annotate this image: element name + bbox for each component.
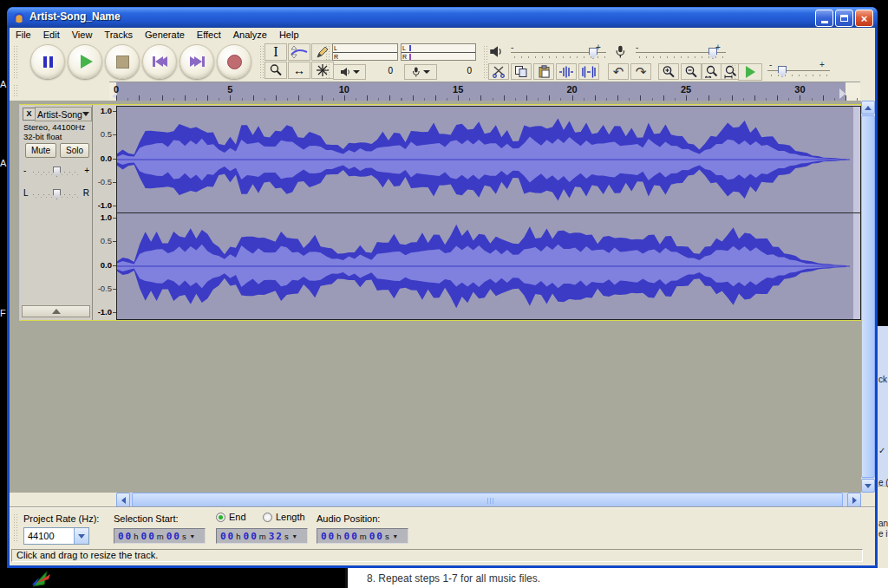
output-meter-menu[interactable] bbox=[333, 64, 366, 80]
paste-button[interactable] bbox=[533, 63, 554, 80]
output-meter[interactable]: L R bbox=[332, 43, 398, 61]
timeline-ruler[interactable]: 051015202530 bbox=[109, 82, 860, 101]
minimize-button[interactable] bbox=[815, 10, 833, 27]
pan-slider-thumb[interactable] bbox=[53, 189, 61, 199]
timeline-tick-label: 0 bbox=[114, 84, 119, 95]
desktop-bottom-strip: 8. Repeat steps 1-7 for all music files. bbox=[0, 568, 888, 588]
title-bar[interactable]: Artist-Song_Name × bbox=[7, 7, 878, 28]
zoom-out-button[interactable] bbox=[681, 63, 702, 80]
vertical-ruler-right-channel[interactable]: 1.00.50.0-0.5-1.0 bbox=[93, 212, 116, 318]
maximize-button[interactable] bbox=[835, 10, 853, 27]
vertical-ruler-left-channel[interactable]: 1.00.50.0-0.5-1.0 bbox=[93, 106, 116, 212]
skip-to-end-button[interactable] bbox=[180, 44, 214, 79]
menu-item-help[interactable]: Help bbox=[273, 29, 305, 40]
track-collapse-button[interactable] bbox=[22, 305, 90, 317]
menu-item-effect[interactable]: Effect bbox=[191, 29, 227, 40]
selection-start-field[interactable]: 00h00m00s▾ bbox=[114, 528, 206, 544]
background-document: 8. Repeat steps 1-7 for all music files. bbox=[345, 568, 888, 588]
toolbar-grip[interactable] bbox=[13, 84, 17, 98]
scroll-left-button[interactable] bbox=[116, 493, 130, 507]
audio-position-field[interactable]: 00h00m00s▾ bbox=[317, 528, 408, 544]
gain-slider[interactable]: - + bbox=[23, 164, 89, 180]
slider-min-label: - bbox=[636, 42, 638, 52]
record-button[interactable] bbox=[217, 44, 251, 79]
silence-icon bbox=[581, 66, 597, 78]
skip-to-start-button[interactable] bbox=[142, 44, 177, 79]
track-control-panel: X Artist-Song Stereo, 44100Hz 32-bit flo… bbox=[20, 105, 93, 320]
zoom-in-button[interactable] bbox=[658, 63, 679, 80]
undo-button[interactable]: ↶ bbox=[608, 63, 629, 80]
desktop-shortcut-icon[interactable] bbox=[28, 569, 54, 588]
multi-tool-button[interactable] bbox=[311, 62, 334, 79]
silence-audio-button[interactable] bbox=[578, 63, 599, 80]
envelope-tool-button[interactable] bbox=[288, 43, 310, 61]
selection-tool-button[interactable]: I bbox=[264, 43, 287, 61]
timeline-tick-label: 5 bbox=[227, 84, 232, 95]
input-meter-menu[interactable] bbox=[404, 64, 437, 80]
record-icon bbox=[227, 55, 242, 69]
play-at-speed-button[interactable] bbox=[738, 63, 762, 81]
menu-item-analyze[interactable]: Analyze bbox=[227, 29, 273, 40]
redo-button[interactable]: ↷ bbox=[630, 63, 651, 80]
waveform-unselected-tail bbox=[853, 213, 860, 319]
trim-audio-button[interactable] bbox=[556, 63, 577, 80]
solo-button[interactable]: Solo bbox=[60, 143, 89, 158]
scroll-down-button[interactable] bbox=[861, 479, 875, 493]
time-shift-tool-button[interactable]: ↔ bbox=[288, 62, 310, 79]
toolbar-grip[interactable] bbox=[731, 64, 735, 80]
audacity-icon[interactable] bbox=[12, 10, 26, 24]
cut-button[interactable] bbox=[488, 63, 509, 80]
arrow-left-icon bbox=[121, 497, 126, 504]
combo-dropdown-button[interactable] bbox=[74, 528, 88, 544]
zoom-tool-button[interactable] bbox=[264, 62, 287, 79]
close-button[interactable]: × bbox=[855, 10, 873, 27]
background-text-fragment: ck bbox=[878, 375, 887, 384]
minimize-icon bbox=[821, 21, 828, 23]
track-title-dropdown[interactable]: Artist-Song bbox=[35, 107, 92, 121]
waveform-left-channel[interactable] bbox=[117, 107, 860, 212]
vertical-scrollbar[interactable] bbox=[861, 101, 875, 493]
toolbar-grip[interactable] bbox=[483, 45, 487, 78]
playback-speed-slider[interactable] bbox=[767, 70, 830, 76]
length-radio[interactable]: Length bbox=[263, 512, 305, 522]
fit-selection-button[interactable] bbox=[702, 63, 722, 80]
track-close-button[interactable]: X bbox=[23, 108, 36, 121]
gain-slider-thumb[interactable] bbox=[53, 167, 61, 177]
pan-slider[interactable]: L R bbox=[23, 186, 89, 202]
input-meter[interactable]: L R bbox=[401, 43, 476, 61]
menu-item-view[interactable]: View bbox=[66, 29, 99, 40]
output-meter-value: 0 bbox=[381, 66, 393, 75]
horizontal-scrollbar[interactable] bbox=[116, 493, 861, 507]
vertical-scrollbar-thumb[interactable] bbox=[861, 115, 875, 478]
toolbar-grip[interactable] bbox=[259, 45, 264, 78]
length-radio-label: Length bbox=[276, 512, 305, 522]
toolbar-grip[interactable] bbox=[13, 513, 17, 543]
background-window-sliver: ck ✓ e (c ang e it bbox=[878, 326, 888, 568]
toolbar-grip[interactable] bbox=[325, 45, 330, 78]
menu-item-file[interactable]: File bbox=[10, 29, 37, 40]
horizontal-scrollbar-thumb[interactable] bbox=[132, 493, 843, 507]
play-button[interactable] bbox=[68, 44, 102, 79]
scroll-right-button[interactable] bbox=[847, 493, 861, 507]
selection-start-label: Selection Start: bbox=[114, 513, 179, 524]
pan-left-label: L bbox=[23, 188, 29, 198]
zoom-out-icon bbox=[684, 65, 698, 79]
background-text-fragment: e it bbox=[878, 529, 888, 539]
scroll-up-button[interactable] bbox=[861, 101, 875, 114]
mute-button[interactable]: Mute bbox=[25, 143, 56, 158]
menu-item-generate[interactable]: Generate bbox=[139, 29, 191, 40]
waveform-right-channel[interactable] bbox=[117, 213, 860, 319]
draw-tool-button[interactable] bbox=[311, 43, 334, 61]
project-rate-combobox[interactable]: 44100 bbox=[23, 527, 89, 545]
end-radio[interactable]: End bbox=[216, 512, 246, 522]
pause-button[interactable] bbox=[30, 44, 65, 79]
zoom-in-icon bbox=[662, 65, 676, 79]
project-rate-value: 44100 bbox=[28, 531, 55, 541]
menu-item-edit[interactable]: Edit bbox=[37, 29, 66, 40]
stop-button[interactable] bbox=[105, 44, 140, 79]
amplitude-label: 0.5 bbox=[93, 129, 112, 139]
toolbar-grip[interactable] bbox=[13, 45, 17, 78]
copy-button[interactable] bbox=[511, 63, 532, 80]
selection-end-field[interactable]: 00h00m32s▾ bbox=[216, 528, 308, 544]
menu-item-tracks[interactable]: Tracks bbox=[98, 29, 139, 40]
